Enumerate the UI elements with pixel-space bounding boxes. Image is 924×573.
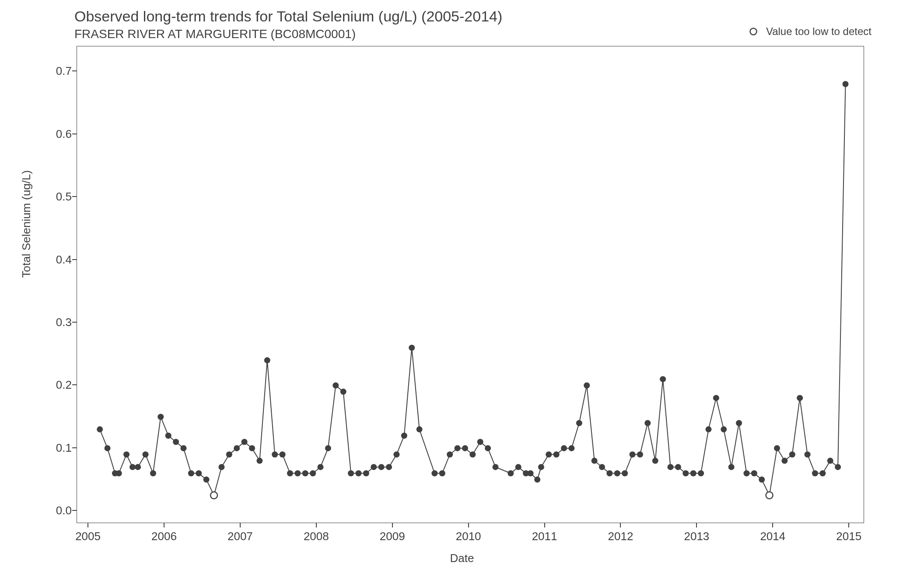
data-point bbox=[294, 470, 301, 476]
data-point bbox=[447, 451, 453, 457]
data-point bbox=[728, 464, 735, 470]
data-point bbox=[736, 420, 742, 426]
data-point bbox=[668, 464, 674, 470]
data-point bbox=[644, 420, 651, 426]
y-tick-mark bbox=[72, 322, 77, 323]
data-point bbox=[690, 470, 696, 476]
data-point bbox=[180, 445, 186, 451]
data-point bbox=[534, 477, 540, 483]
data-point bbox=[150, 470, 156, 476]
x-tick-label: 2015 bbox=[836, 530, 861, 543]
data-point bbox=[203, 477, 210, 483]
y-tick-label: 0.3 bbox=[37, 316, 72, 329]
data-point bbox=[325, 445, 331, 451]
data-point bbox=[378, 464, 385, 470]
data-point bbox=[280, 451, 286, 457]
data-point bbox=[819, 470, 826, 476]
data-point bbox=[546, 451, 552, 457]
x-tick-mark bbox=[316, 523, 317, 527]
y-tick-label: 0.7 bbox=[37, 64, 72, 78]
data-point bbox=[234, 445, 240, 451]
data-point bbox=[431, 470, 438, 476]
chart-subtitle: FRASER RIVER AT MARGUERITE (BC08MC0001) bbox=[74, 27, 356, 41]
data-point bbox=[774, 445, 780, 451]
x-tick-label: 2011 bbox=[532, 530, 557, 543]
data-point bbox=[592, 458, 598, 464]
data-point bbox=[584, 382, 590, 388]
y-tick-label: 0.2 bbox=[37, 378, 72, 392]
data-point bbox=[622, 470, 628, 476]
data-point-below-detection bbox=[210, 492, 217, 499]
legend-open-circle-icon bbox=[749, 27, 758, 36]
y-tick-mark bbox=[72, 510, 77, 511]
data-point bbox=[173, 439, 179, 445]
data-point bbox=[455, 445, 461, 451]
svg-point-0 bbox=[750, 28, 756, 35]
x-tick-mark bbox=[468, 523, 469, 527]
data-point bbox=[827, 458, 833, 464]
y-tick-mark bbox=[72, 259, 77, 260]
data-point bbox=[485, 445, 491, 451]
data-point bbox=[599, 464, 605, 470]
y-tick-label: 0.5 bbox=[37, 190, 72, 204]
plot-area bbox=[77, 46, 864, 523]
data-point bbox=[439, 470, 445, 476]
data-point bbox=[116, 470, 122, 476]
y-axis-label: Total Selenium (ug/L) bbox=[20, 170, 33, 278]
data-point bbox=[713, 395, 719, 401]
data-point bbox=[759, 477, 765, 483]
x-axis-label: Date bbox=[0, 552, 924, 565]
y-tick-mark bbox=[72, 134, 77, 134]
data-point bbox=[226, 451, 232, 457]
data-point bbox=[515, 464, 522, 470]
data-point bbox=[781, 458, 788, 464]
data-point bbox=[287, 470, 293, 476]
data-point bbox=[462, 445, 468, 451]
data-point bbox=[797, 395, 803, 401]
x-tick-mark bbox=[696, 523, 697, 527]
x-tick-mark bbox=[620, 523, 621, 527]
data-point bbox=[242, 439, 248, 445]
data-point bbox=[135, 464, 141, 470]
data-point bbox=[409, 345, 415, 351]
data-point bbox=[363, 470, 369, 476]
y-tick-mark bbox=[72, 196, 77, 197]
x-tick-label: 2014 bbox=[760, 530, 785, 543]
x-tick-mark bbox=[848, 523, 849, 527]
data-point bbox=[553, 451, 560, 457]
data-point bbox=[637, 451, 643, 457]
series-line bbox=[100, 84, 845, 495]
data-point bbox=[371, 464, 377, 470]
data-point bbox=[348, 470, 354, 476]
data-point bbox=[705, 426, 711, 432]
data-point bbox=[843, 81, 849, 87]
data-layer bbox=[77, 46, 864, 523]
data-point bbox=[660, 376, 666, 382]
data-point bbox=[416, 426, 423, 432]
x-tick-label: 2007 bbox=[228, 530, 253, 543]
data-point bbox=[386, 464, 392, 470]
data-point bbox=[249, 445, 255, 451]
data-point bbox=[130, 464, 136, 470]
x-tick-label: 2008 bbox=[304, 530, 329, 543]
chart-legend: Value too low to detect bbox=[749, 25, 872, 38]
data-point bbox=[568, 445, 574, 451]
data-point bbox=[805, 451, 811, 457]
y-tick-label: 0.1 bbox=[37, 441, 72, 454]
data-point bbox=[340, 389, 346, 395]
data-point bbox=[165, 432, 172, 439]
data-point bbox=[469, 451, 476, 457]
data-point bbox=[401, 432, 407, 439]
x-tick-label: 2010 bbox=[456, 530, 481, 543]
data-point bbox=[606, 470, 612, 476]
data-point bbox=[576, 420, 582, 426]
data-point bbox=[218, 464, 224, 470]
x-tick-mark bbox=[392, 523, 393, 527]
x-tick-label: 2006 bbox=[151, 530, 177, 543]
y-tick-label: 0.0 bbox=[37, 504, 72, 517]
data-point bbox=[812, 470, 818, 476]
x-tick-label: 2012 bbox=[608, 530, 634, 543]
data-point bbox=[310, 470, 316, 476]
data-point bbox=[835, 464, 841, 470]
data-point bbox=[105, 445, 111, 451]
